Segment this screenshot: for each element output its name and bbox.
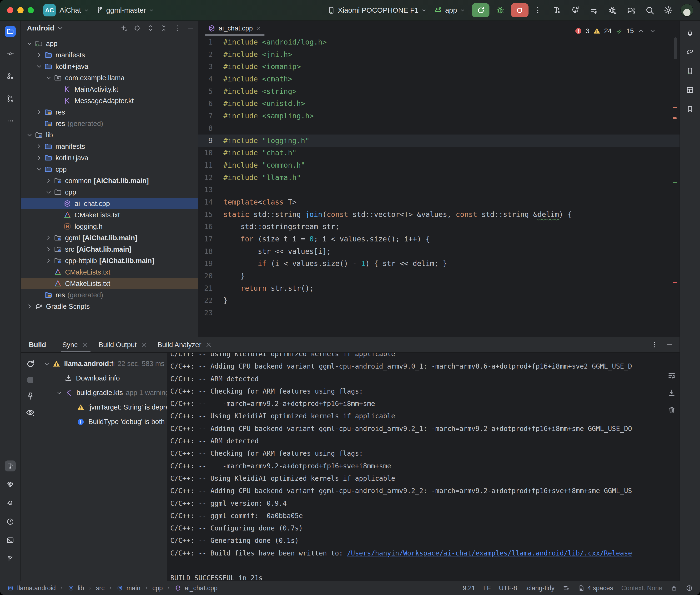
code-line-12[interactable]: 12#include "llama.h": [198, 171, 679, 184]
close-x-icon[interactable]: [140, 341, 148, 349]
chevron-right-icon[interactable]: [45, 257, 53, 265]
code-line-20[interactable]: 20 }: [198, 270, 679, 282]
chevron-right-icon[interactable]: [35, 154, 43, 162]
scrollbar-thumb[interactable]: [674, 37, 677, 59]
terminal-icon[interactable]: [5, 535, 16, 546]
chevron-right-icon[interactable]: [26, 302, 34, 310]
chevron-right-icon[interactable]: [45, 234, 53, 242]
gradle-elephant-icon[interactable]: [684, 47, 696, 57]
tree-item-com-example-llama[interactable]: com.example.llama: [21, 72, 198, 84]
chevron-down-icon[interactable]: [35, 62, 43, 70]
tree-item-src[interactable]: src[AiChat.lib.main]: [21, 244, 198, 255]
branch-selector[interactable]: ggml-master: [96, 6, 155, 14]
close-window-button[interactable]: [7, 7, 13, 13]
pull-requests-icon[interactable]: [5, 93, 16, 104]
run-config-selector[interactable]: app: [433, 5, 466, 15]
clear-all-icon[interactable]: [667, 405, 676, 415]
close-x-icon[interactable]: [81, 341, 89, 349]
logcat-cat-icon[interactable]: [5, 498, 16, 509]
more-horizontal-icon[interactable]: [5, 115, 16, 126]
tree-item-gradle-scripts[interactable]: Gradle Scripts: [21, 301, 198, 312]
project-folder-icon[interactable]: [5, 26, 16, 37]
tree-item-cpp[interactable]: cpp: [21, 164, 198, 175]
code-line-14[interactable]: 14template<class T>: [198, 196, 679, 208]
attach-debugger-icon[interactable]: [608, 5, 618, 15]
chevron-right-icon[interactable]: [45, 177, 53, 185]
build-output-path-link[interactable]: /Users/hanyin/Workspace/ai-chat/examples…: [347, 549, 632, 557]
code-line-21[interactable]: 21 return str.str();: [198, 282, 679, 294]
build-tree-item[interactable]: Download info: [40, 371, 167, 386]
code-line-11[interactable]: 11#include "common.h": [198, 159, 679, 171]
expand-all-icon[interactable]: [146, 24, 155, 32]
rerun-button[interactable]: [472, 3, 489, 18]
tab-ai-chat-cpp[interactable]: ai_chat.cpp: [203, 21, 266, 36]
code-line-17[interactable]: 17 for (size_t i = 0; i < values.size();…: [198, 233, 679, 245]
preview-eye-icon[interactable]: [25, 407, 35, 417]
status-widget[interactable]: [686, 585, 693, 592]
chevron-right-icon[interactable]: [35, 142, 43, 150]
device-manager-icon[interactable]: [684, 65, 696, 77]
status-widget-context-none[interactable]: Context: None: [621, 585, 662, 592]
close-icon[interactable]: [256, 25, 262, 31]
code-line-16[interactable]: 16 std::ostringstream str;: [198, 221, 679, 233]
rerun-sync-icon[interactable]: [25, 359, 35, 369]
code-line-1[interactable]: 1#include <android/log.h>: [198, 36, 679, 48]
breadcrumb-item[interactable]: ai_chat.cpp: [185, 585, 218, 592]
apply-code-changes-icon[interactable]: [589, 5, 599, 15]
code-line-22[interactable]: 22}: [198, 294, 679, 307]
tree-item-cmakelists-txt[interactable]: CMakeLists.txt: [21, 266, 198, 278]
tree-item-res[interactable]: res: [21, 107, 198, 118]
code-line-23[interactable]: 23: [198, 307, 679, 319]
status-widget--clang-tidy[interactable]: .clang-tidy: [525, 585, 555, 592]
debug-button[interactable]: [495, 5, 505, 15]
scroll-to-end-icon[interactable]: [667, 388, 676, 397]
tree-item-cmakelists-txt[interactable]: CMakeLists.txt: [21, 278, 198, 289]
chevron-down-icon[interactable]: [43, 360, 51, 368]
hide-tool-window-icon[interactable]: [665, 341, 673, 349]
build-tree-item[interactable]: llama.android: fi22 sec, 583 ms: [40, 357, 167, 371]
collapse-all-icon[interactable]: [160, 24, 168, 32]
breadcrumb-item[interactable]: lib: [78, 585, 84, 592]
code-line-2[interactable]: 2#include <jni.h>: [198, 48, 679, 61]
tree-item-kotlin-java[interactable]: kotlin+java: [21, 61, 198, 72]
stop-button[interactable]: [511, 3, 529, 18]
tree-item-ggml[interactable]: ggml[AiChat.lib.main]: [21, 232, 198, 244]
locate-icon[interactable]: [133, 24, 141, 32]
tree-item-messageadapter-kt[interactable]: MessageAdapter.kt: [21, 95, 198, 107]
soft-wrap-icon[interactable]: [667, 371, 676, 380]
problems-icon[interactable]: [5, 516, 16, 527]
code-line-5[interactable]: 5#include <string>: [198, 85, 679, 97]
code-area[interactable]: 1#include <android/log.h>2#include <jni.…: [198, 36, 679, 337]
gradle-sync-icon[interactable]: [626, 5, 636, 15]
chevron-down-icon[interactable]: [45, 74, 53, 82]
status-widget[interactable]: [563, 585, 570, 592]
tree-item-ai-chat-cpp[interactable]: ai_chat.cpp: [21, 198, 198, 209]
code-line-7[interactable]: 7#include <sampling.h>: [198, 110, 679, 122]
code-line-4[interactable]: 4#include <cmath>: [198, 73, 679, 85]
status-widget[interactable]: [670, 585, 678, 592]
build-tree-item[interactable]: 'jvmTarget: String' is deprec: [40, 400, 167, 415]
pin-icon[interactable]: [25, 391, 35, 401]
bookmarks-icon[interactable]: [684, 104, 696, 115]
status-widget-9-21[interactable]: 9:21: [463, 585, 475, 592]
apply-changes-restart-icon[interactable]: [570, 5, 581, 15]
tree-item-logging-h[interactable]: logging.h: [21, 221, 198, 232]
tree-item-cmakelists-txt[interactable]: CMakeLists.txt: [21, 209, 198, 221]
code-line-3[interactable]: 3#include <iomanip>: [198, 60, 679, 73]
more-vertical-icon[interactable]: [173, 24, 181, 32]
stop-square-icon[interactable]: [25, 375, 35, 385]
tree-item-lib[interactable]: lib: [21, 129, 198, 141]
minimize-window-button[interactable]: [18, 7, 24, 13]
git-branch-icon[interactable]: [5, 553, 16, 564]
device-selector[interactable]: Xiaomi POCOPHONE F1: [327, 6, 427, 15]
notifications-bell-icon[interactable]: [684, 27, 696, 38]
tree-item-res[interactable]: res(generated): [21, 289, 198, 301]
build-variants-gem-icon[interactable]: [5, 479, 16, 490]
build-hammer-icon[interactable]: [5, 460, 16, 472]
build-icon[interactable]: [552, 5, 562, 15]
hide-icon[interactable]: [187, 24, 195, 32]
next-problem-button[interactable]: [648, 27, 657, 35]
chevron-down-icon[interactable]: [45, 188, 53, 196]
code-line-10[interactable]: 10#include "chat.h": [198, 147, 679, 159]
breadcrumb-item[interactable]: src: [96, 585, 105, 592]
